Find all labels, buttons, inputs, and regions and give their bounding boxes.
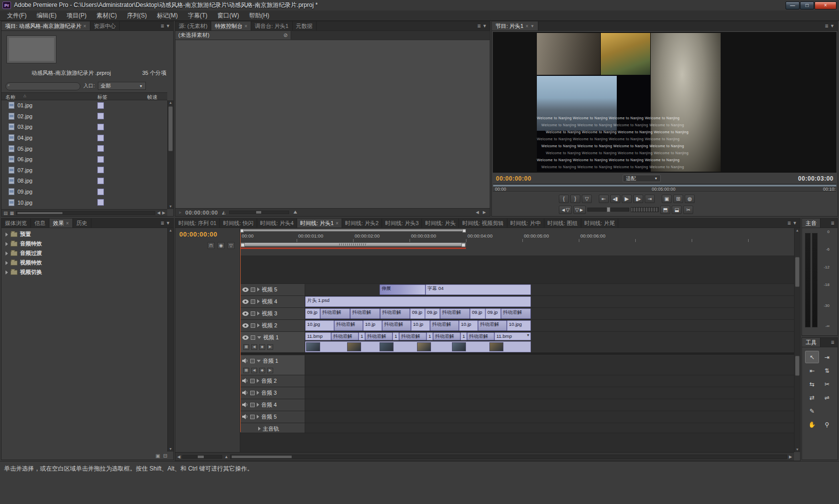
label-color-chip[interactable] <box>97 145 104 152</box>
tab-tools[interactable]: 工具 <box>802 338 821 347</box>
collapse-track-icon[interactable] <box>257 391 259 395</box>
video-track-header[interactable]: 视频 1▦◀◆▶ <box>240 332 305 352</box>
menu-item-8[interactable]: 帮助(H) <box>244 10 275 21</box>
label-color-chip[interactable] <box>97 124 104 130</box>
audio-track-lane[interactable] <box>305 387 794 399</box>
column-framerate[interactable]: 帧速 <box>147 94 157 101</box>
add-keyframe-icon[interactable]: ◆ <box>259 368 265 373</box>
collapse-track-icon[interactable] <box>257 403 259 407</box>
go-to-next-marker-icon[interactable]: ▽► <box>573 206 586 214</box>
toggle-track-output-speaker-icon[interactable] <box>242 376 248 385</box>
collapse-track-icon[interactable] <box>257 323 260 327</box>
time-ruler[interactable]: 00:0000:00:01:0000:00:02:0000:00:03:0000… <box>240 233 794 242</box>
sync-lock-icon[interactable] <box>251 335 255 340</box>
audio-track-header[interactable]: 主音轨 <box>240 423 305 433</box>
set-unnumbered-marker-icon[interactable]: ▽ <box>582 195 592 203</box>
toggle-track-output-speaker-icon[interactable] <box>242 388 248 397</box>
go-to-in-point-icon[interactable]: ⇤ <box>599 195 609 203</box>
transition-clip[interactable]: 抖动溶解 <box>467 332 494 340</box>
video-clip[interactable]: 10.jp <box>459 320 478 331</box>
add-keyframe-icon[interactable]: ◆ <box>259 344 265 350</box>
set-encore-chapter-marker-icon[interactable]: ◉ <box>217 242 225 249</box>
video-clip[interactable]: 10.jp <box>411 320 430 331</box>
effects-folder-1[interactable]: 音频特效 <box>1 239 173 249</box>
scroll-right-icon[interactable]: ▶ <box>162 211 165 215</box>
effects-scrollbar[interactable]: ▲ ▼ <box>167 228 173 452</box>
source-tab-3[interactable]: 元数据 <box>293 21 317 30</box>
rate-stretch-tool[interactable]: ⇆ <box>805 378 819 390</box>
project-item-row[interactable]: 03.jpg <box>1 122 167 133</box>
panel-menu-icon[interactable]: ≣ <box>828 219 838 228</box>
video-track-lane[interactable]: 片头 1.psd <box>305 296 794 307</box>
menu-item-2[interactable]: 项目(P) <box>61 10 91 21</box>
video-clip[interactable]: 09.jp <box>425 308 440 319</box>
menu-item-7[interactable]: 窗口(W) <box>212 10 244 21</box>
effects-tab-3[interactable]: 历史 <box>73 219 91 228</box>
project-tab-1[interactable]: 资源中心 <box>90 21 120 30</box>
rolling-edit-tool[interactable]: ⇅ <box>820 364 834 377</box>
tab-close-icon[interactable]: × <box>336 221 339 226</box>
sync-lock-icon[interactable] <box>250 379 255 383</box>
project-item-row[interactable]: 08.jpg <box>1 176 167 187</box>
sync-lock-icon[interactable] <box>251 323 255 328</box>
video-track-header[interactable]: 视频 5 <box>240 284 305 295</box>
track-select-tool[interactable]: ⇥ <box>820 351 834 363</box>
hand-tool[interactable]: ✋ <box>805 418 819 431</box>
project-search-input[interactable] <box>5 82 80 90</box>
zoom-out-icon[interactable]: ◭ <box>222 210 225 215</box>
project-item-row[interactable]: 02.jpg <box>1 111 167 122</box>
collapse-track-icon[interactable] <box>257 415 259 419</box>
label-color-chip[interactable] <box>97 135 104 141</box>
sync-lock-icon[interactable] <box>250 415 255 419</box>
collapse-track-icon[interactable] <box>257 287 260 291</box>
export-frame-icon[interactable]: ▣ <box>662 195 672 203</box>
sync-lock-icon[interactable] <box>251 311 255 316</box>
set-display-style-icon[interactable]: ▦ <box>243 344 249 350</box>
set-in-point-icon[interactable]: { <box>559 195 569 203</box>
zoom-in-icon[interactable]: ⛰ <box>293 210 297 215</box>
tab-close-icon[interactable]: × <box>83 23 86 29</box>
step-back-icon[interactable]: ◂▮ <box>610 195 620 203</box>
playhead-line[interactable] <box>240 256 241 432</box>
effects-folder-0[interactable]: 预置 <box>1 230 173 239</box>
timeline-tab-9[interactable]: 时间线: 图组 <box>544 219 581 228</box>
zoom-in-icon[interactable]: ▲ <box>224 455 228 459</box>
scroll-right-icon[interactable]: ▶ <box>789 455 792 459</box>
menu-item-1[interactable]: 编辑(E) <box>31 10 61 21</box>
timeline-tab-1[interactable]: 时间线: 快闪 <box>220 219 257 228</box>
go-to-next-keyframe-icon[interactable]: ▶ <box>267 344 273 350</box>
timeline-toggle-icon[interactable]: ⊘ <box>284 32 288 38</box>
video-clip[interactable]: 11.bmp▼ <box>494 332 531 340</box>
audio-track-lane[interactable] <box>305 355 794 375</box>
scroll-right-icon[interactable]: ▶ <box>483 210 486 215</box>
close-button[interactable]: × <box>815 1 837 9</box>
transition-clip[interactable]: 伸展 <box>380 284 425 295</box>
selection-tool[interactable]: ↖ <box>805 351 819 363</box>
video-clip[interactable]: 1 <box>426 332 433 340</box>
playhead-line[interactable] <box>240 233 241 256</box>
menu-item-5[interactable]: 标记(M) <box>152 10 183 21</box>
video-clip[interactable]: 09.jp <box>305 308 320 319</box>
effects-folder-4[interactable]: 视频切换 <box>1 267 173 277</box>
label-color-chip[interactable] <box>97 189 104 195</box>
tab-close-icon[interactable]: × <box>525 23 528 29</box>
timeline-tab-5[interactable]: 时间线: 片头3 <box>382 219 422 228</box>
menu-item-0[interactable]: 文件(F) <box>2 10 31 21</box>
source-tab-1[interactable]: 特效控制台× <box>211 21 251 30</box>
label-color-chip[interactable] <box>97 199 104 206</box>
video-track-lane[interactable]: 10.jpg抖动溶解10.jp抖动溶解10.jp抖动溶解10.jp抖动溶解10.… <box>305 320 794 331</box>
twirl-icon[interactable] <box>5 261 8 265</box>
project-item-row[interactable]: 04.jpg <box>1 133 167 144</box>
label-color-chip[interactable] <box>97 102 104 109</box>
video-track-lane[interactable]: 11.bmp抖动溶解1抖动溶解1抖动溶解1抖动溶解1抖动溶解11.bmp▼ <box>305 332 794 352</box>
icon-view-icon[interactable]: ▦ <box>10 211 14 216</box>
effects-tab-1[interactable]: 信息 <box>31 219 49 228</box>
panel-menu-icon[interactable]: ≣ <box>828 338 838 347</box>
set-out-point-icon[interactable]: } <box>570 195 580 203</box>
video-clip[interactable]: 10.jpg <box>507 320 531 331</box>
video-clip[interactable]: 09.jp <box>410 308 425 319</box>
restore-button[interactable]: □ <box>800 1 814 9</box>
timeline-tab-4[interactable]: 时间线: 片头2 <box>342 219 382 228</box>
audio-track-lane[interactable] <box>305 375 794 387</box>
sync-lock-icon[interactable] <box>250 403 255 407</box>
